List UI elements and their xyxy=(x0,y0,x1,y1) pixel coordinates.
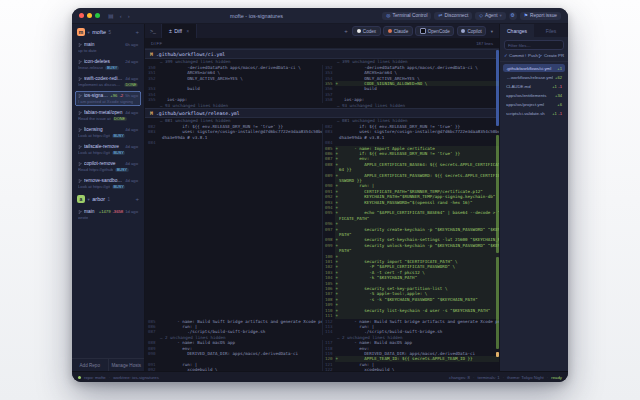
worktree-time: 4d ago xyxy=(125,178,138,183)
repo-icon: a xyxy=(77,195,85,203)
diff-hunk-row[interactable]: … 93 unchanged lines hidden… 93 unchange… xyxy=(145,103,499,108)
tab-actions: + CodexClaudeOpenCodeCopilot ▾ xyxy=(342,24,499,38)
sidebar-item-remove-sandbox-flag[interactable]: remove-sandbox-flag4d agoLook at https:/… xyxy=(75,176,141,191)
commit-button[interactable]: ✓Commit xyxy=(504,53,524,58)
sidebar-item-swift-codex-redirect[interactable]: swift-codex-redirect4d agoImplement as d… xyxy=(75,74,141,89)
titlebar-actions: ◎Terminal Control⇌Disconnect◇Agent▾⚙⚑Rep… xyxy=(382,12,561,20)
sidebar-item-main[interactable]: main6h agoup to date xyxy=(75,40,141,55)
worktree-name: remove-sandbox-flag xyxy=(84,178,123,183)
close-window-button[interactable] xyxy=(79,13,84,18)
branch-icon xyxy=(78,179,82,183)
worktree-description: Read https://github xyxy=(78,167,113,172)
sidebar-item-fabian-metal/open[interactable]: fabian-metal/open4d agoRead the issue at… xyxy=(75,108,141,123)
forward-icon[interactable]: › xyxy=(127,13,131,19)
file-diff-stats: +1-1 xyxy=(552,84,562,89)
open-in-opencode-button[interactable]: OpenCode xyxy=(415,26,454,36)
gear-icon: ⚙ xyxy=(511,13,515,18)
tab-terminal[interactable]: >_ xyxy=(145,24,162,38)
worktree-time: 4d ago xyxy=(125,144,138,149)
repo-name: mofte xyxy=(92,29,106,35)
manage-hosts-button[interactable]: Manage Hosts xyxy=(108,359,145,371)
branch-icon xyxy=(78,162,82,166)
separator: · xyxy=(109,375,110,380)
worktree-description: up to date xyxy=(78,48,97,53)
add-repo-button[interactable]: Add Repo xyxy=(72,359,108,371)
worktree-description: Look at https://git xyxy=(78,133,110,138)
worktree-name: main xyxy=(84,42,123,47)
worktree-count: 1 xyxy=(108,197,111,202)
open-in-claude-button[interactable]: Claude xyxy=(383,26,413,36)
diff-file-header[interactable]: M.github/workflows/ci.yml xyxy=(145,49,499,59)
worktree-name: main xyxy=(84,209,97,214)
open-in-copilot-button[interactable]: Copilot xyxy=(457,26,486,36)
settings-button[interactable]: ⚙ xyxy=(509,12,517,20)
titlebar-button-label: Report issue xyxy=(530,13,557,18)
add-worktree-button[interactable]: + xyxy=(135,196,139,202)
sidebar-item-icon-deletes[interactable]: icon-deletes2d agolinear-releaseBUSY xyxy=(75,57,141,72)
agent-button-label: Codex xyxy=(363,29,376,34)
worktree-description: wrote xyxy=(78,215,88,220)
sidebar-item-tailscale-remove[interactable]: tailscale-remove4d agoLook at https://gi… xyxy=(75,142,141,157)
added-count: +1 xyxy=(557,66,562,71)
worktree-name: tailscale-remove xyxy=(84,144,123,149)
diff-stats: +1479-3658 xyxy=(99,209,123,214)
sidebar-toggle-icon[interactable]: ▤ xyxy=(107,13,115,19)
sidebar-item-main[interactable]: main+1479-36581d agowrote xyxy=(75,207,141,222)
chevron-down-icon: ▾ xyxy=(499,13,501,18)
changed-file-row[interactable]: ‎CLAUDE.md‎+1-1 xyxy=(503,82,565,90)
sidebar-item-ios-signatures[interactable]: ios-signatures+96-25h agoI am pointed at… xyxy=(75,91,141,106)
repo-group-header[interactable]: m▾mofte5+ xyxy=(75,26,141,38)
status-item: changes: 8 xyxy=(449,375,470,380)
changed-file-row[interactable]: ‎apps/ios/project.yml‎+6 xyxy=(503,100,565,108)
back-icon[interactable]: ‹ xyxy=(119,13,123,19)
changed-file-row[interactable]: ‎scripts/ci-validate.sh‎+1-1 xyxy=(503,109,565,117)
disconnect-button[interactable]: ⇌Disconnect xyxy=(434,12,472,20)
worktree-name: fabian-metal/open xyxy=(84,110,123,115)
branch-icon xyxy=(78,111,82,115)
added-count: +1 xyxy=(552,111,557,116)
worktree-count: 5 xyxy=(109,30,112,35)
agents-dropdown-icon[interactable]: ▾ xyxy=(489,29,495,34)
agent-button-label: OpenCode xyxy=(428,29,450,34)
status-badge: BUSY xyxy=(105,66,118,70)
status-badge: BUSY xyxy=(115,168,128,172)
repo-group-header[interactable]: a▾arbor1+ xyxy=(75,193,141,205)
worktree-time: 4d ago xyxy=(125,161,138,166)
diff-file-header[interactable]: M.github/workflows/release.yml xyxy=(145,108,499,118)
tab-files[interactable]: Files xyxy=(534,24,568,37)
check-icon: ✓ xyxy=(504,53,508,58)
modified-badge: M xyxy=(150,52,153,57)
added-count: +62 xyxy=(555,75,562,80)
open-in-codex-button[interactable]: Codex xyxy=(352,26,380,36)
chevron-down-icon: ▾ xyxy=(88,197,90,202)
minimize-window-button[interactable] xyxy=(87,13,92,18)
add-worktree-button[interactable]: + xyxy=(135,29,139,35)
titlebar-button-label: Terminal Control xyxy=(393,13,428,18)
file-diff-stats: +1 xyxy=(557,66,562,71)
agent-button[interactable]: ◇Agent▾ xyxy=(475,12,506,20)
status-left: repo: mofte·worktree: ios-signatures xyxy=(84,375,159,380)
tab-changes[interactable]: Changes xyxy=(500,24,534,37)
report-issue-button[interactable]: ⚑Report issue xyxy=(520,12,561,20)
filter-files-input[interactable] xyxy=(504,40,564,50)
action-label: Create PR xyxy=(544,53,564,58)
changed-file-row[interactable]: ‎.github/workflows/release.yml‎+62 xyxy=(503,73,565,81)
new-tab-button[interactable]: + xyxy=(342,28,350,34)
worktree-time: 4d ago xyxy=(125,110,138,115)
terminal-control-button[interactable]: ◎Terminal Control xyxy=(382,12,431,20)
status-badge: BUSY xyxy=(112,151,125,155)
status-badge: BUSY xyxy=(112,185,125,189)
changed-file-row[interactable]: ‎.github/workflows/ci.yml‎+1 xyxy=(503,64,565,72)
create-pr-button[interactable]: Create PR xyxy=(538,53,564,58)
maximize-window-button[interactable] xyxy=(95,13,100,18)
sidebar-item-copilot-remove[interactable]: copilot-remove4d agoRead https://githubB… xyxy=(75,159,141,174)
changed-file-row[interactable]: ‎apps/ios/entitlements‎+34 xyxy=(503,91,565,99)
worktree-list: m▾mofte5+main6h agoup to dateicon-delete… xyxy=(72,24,144,358)
push-button[interactable]: ↑Push xyxy=(524,53,537,58)
close-tab-icon[interactable]: × xyxy=(186,29,189,34)
tab-diff[interactable]: ± Diff × xyxy=(162,24,197,38)
file-diff-stats: +6 xyxy=(557,102,562,107)
sidebar-item-licensing[interactable]: licensing4d agoLook at https://gitBUSY xyxy=(75,125,141,140)
agent-button-label: Claude xyxy=(394,29,409,34)
worktree-description: I am pointed at Xcode signing xyxy=(78,99,133,104)
